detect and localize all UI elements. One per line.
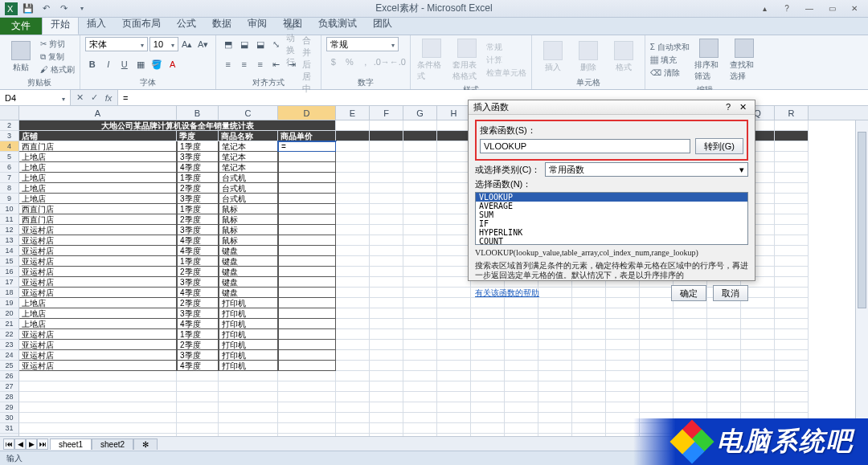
autosum-button[interactable]: Σ 自动求和 xyxy=(650,42,690,53)
cell[interactable] xyxy=(471,413,505,423)
cell[interactable] xyxy=(370,413,403,423)
cell[interactable] xyxy=(336,423,370,434)
cut-button[interactable]: ✂ 剪切 xyxy=(40,39,75,50)
cell[interactable] xyxy=(403,235,437,246)
cell[interactable] xyxy=(437,413,471,423)
style-calc[interactable]: 计算 xyxy=(486,55,526,66)
cell[interactable]: 4季度 xyxy=(177,319,219,329)
cell[interactable]: 西直门店 xyxy=(19,214,177,225)
cell[interactable] xyxy=(775,194,809,204)
cell[interactable] xyxy=(674,319,707,329)
cell[interactable] xyxy=(437,267,471,277)
fx-icon[interactable]: fx xyxy=(103,93,114,103)
cell[interactable] xyxy=(278,308,336,319)
cell[interactable] xyxy=(278,329,336,340)
cell[interactable] xyxy=(775,120,809,131)
cell[interactable] xyxy=(278,371,336,381)
cell[interactable]: 上地店 xyxy=(19,298,177,308)
cell[interactable] xyxy=(741,371,775,381)
cell[interactable] xyxy=(640,308,674,319)
cell[interactable]: 西直门店 xyxy=(19,141,177,152)
underline-button[interactable]: U xyxy=(117,57,132,71)
cell[interactable] xyxy=(19,423,177,434)
cell[interactable]: 3季度 xyxy=(177,152,219,162)
row-header[interactable]: 27 xyxy=(0,381,19,392)
cell[interactable] xyxy=(437,423,471,434)
cell[interactable]: 店铺 xyxy=(19,131,177,141)
cell[interactable] xyxy=(370,120,403,131)
cell[interactable] xyxy=(403,131,437,141)
cell[interactable] xyxy=(471,308,505,319)
row-header[interactable]: 28 xyxy=(0,392,19,402)
cell[interactable]: 1季度 xyxy=(177,256,219,267)
cell[interactable] xyxy=(278,152,336,162)
cell[interactable]: 上地店 xyxy=(19,194,177,204)
cell[interactable] xyxy=(336,298,370,308)
cell[interactable]: 键盘 xyxy=(219,277,278,288)
go-button[interactable]: 转到(G) xyxy=(695,138,743,154)
col-header-E[interactable]: E xyxy=(336,106,370,120)
cell[interactable] xyxy=(403,173,437,183)
cell[interactable] xyxy=(219,413,278,423)
cell[interactable] xyxy=(336,402,370,413)
cell[interactable] xyxy=(370,288,403,298)
close-icon[interactable]: ✕ xyxy=(844,2,865,15)
cell[interactable] xyxy=(775,392,809,402)
qat-more[interactable] xyxy=(74,2,88,16)
cell[interactable] xyxy=(336,120,370,131)
cell[interactable]: 亚运村店 xyxy=(19,277,177,288)
cell[interactable] xyxy=(707,308,741,319)
cell[interactable] xyxy=(775,329,809,340)
italic-button[interactable]: I xyxy=(101,57,116,71)
cell[interactable] xyxy=(403,267,437,277)
row-header[interactable]: 5 xyxy=(0,152,19,162)
row-header[interactable]: 17 xyxy=(0,277,19,288)
cell[interactable] xyxy=(336,413,370,423)
cell[interactable] xyxy=(505,340,538,350)
cell[interactable] xyxy=(403,308,437,319)
cell[interactable] xyxy=(403,329,437,340)
cell[interactable] xyxy=(674,392,707,402)
cell[interactable] xyxy=(775,173,809,183)
cell[interactable]: 亚运村店 xyxy=(19,267,177,277)
cell[interactable]: 鼠标 xyxy=(219,225,278,235)
cell[interactable]: 打印机 xyxy=(219,308,278,319)
cell[interactable]: 4季度 xyxy=(177,288,219,298)
cell[interactable] xyxy=(775,267,809,277)
cell[interactable] xyxy=(606,340,640,350)
font-name-select[interactable]: 宋体 xyxy=(85,37,148,51)
cell[interactable]: 亚运村店 xyxy=(19,350,177,361)
cell[interactable] xyxy=(437,120,471,131)
cell[interactable] xyxy=(775,288,809,298)
cell[interactable] xyxy=(336,340,370,350)
cell[interactable] xyxy=(741,340,775,350)
cell[interactable]: 4季度 xyxy=(177,162,219,173)
cell[interactable] xyxy=(606,350,640,361)
row-header[interactable]: 7 xyxy=(0,173,19,183)
cell[interactable] xyxy=(403,256,437,267)
cell[interactable] xyxy=(437,329,471,340)
cell[interactable] xyxy=(370,173,403,183)
cell[interactable] xyxy=(505,361,538,371)
cell[interactable]: 打印机 xyxy=(219,350,278,361)
cell[interactable] xyxy=(403,413,437,423)
cell[interactable] xyxy=(278,361,336,371)
comma-icon[interactable]: , xyxy=(358,55,373,69)
cell[interactable] xyxy=(674,329,707,340)
cell[interactable] xyxy=(437,381,471,392)
cell[interactable]: 打印机 xyxy=(219,361,278,371)
cell[interactable] xyxy=(538,413,572,423)
cell[interactable] xyxy=(278,381,336,392)
cell[interactable] xyxy=(437,204,471,214)
cell[interactable] xyxy=(19,402,177,413)
cell[interactable] xyxy=(775,361,809,371)
select-all-corner[interactable] xyxy=(0,106,19,120)
cell[interactable] xyxy=(403,298,437,308)
cell[interactable] xyxy=(177,381,219,392)
row-header[interactable]: 25 xyxy=(0,361,19,371)
cell[interactable]: 1季度 xyxy=(177,141,219,152)
cell[interactable] xyxy=(403,120,437,131)
cell[interactable] xyxy=(572,350,606,361)
col-header-A[interactable]: A xyxy=(19,106,177,120)
cell[interactable] xyxy=(437,152,471,162)
